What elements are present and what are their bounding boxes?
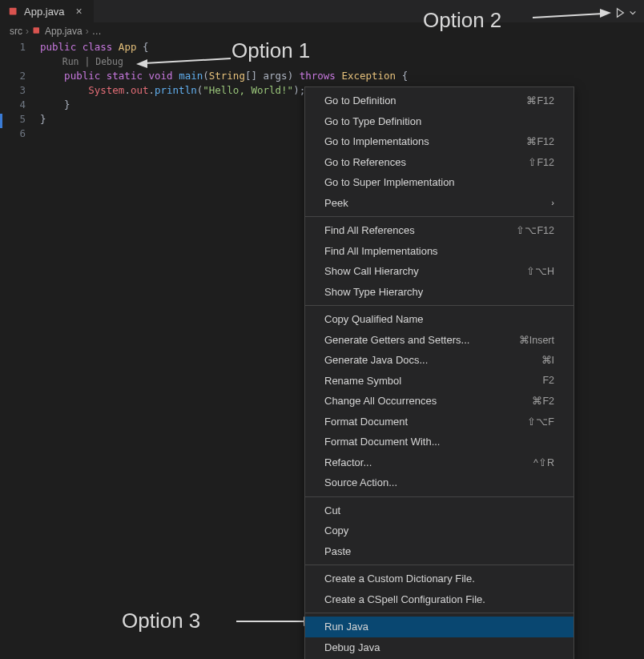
- codelens-run[interactable]: Run: [62, 56, 79, 67]
- menu-separator: [305, 305, 574, 306]
- tab-bar: App.java ×: [0, 0, 644, 22]
- breadcrumb-label: src: [10, 26, 22, 37]
- line-number: 5: [0, 112, 40, 127]
- codelens-debug[interactable]: Debug: [95, 56, 123, 67]
- menu-separator: [305, 216, 574, 217]
- line-number: 2: [0, 69, 40, 83]
- chevron-right-icon: ›: [26, 26, 29, 37]
- line-number: 1: [0, 40, 40, 54]
- svg-rect-1: [34, 27, 40, 34]
- line-number: 3: [0, 83, 40, 98]
- context-menu: Go to Definition⌘F12 Go to Type Definiti…: [304, 86, 574, 659]
- java-file-icon: [8, 6, 19, 17]
- play-icon[interactable]: [614, 6, 626, 19]
- menu-paste[interactable]: Paste: [305, 541, 574, 562]
- line-number: 6: [0, 127, 40, 141]
- menu-find-all-implementations[interactable]: Find All Implementations: [305, 241, 574, 262]
- breadcrumb: src › App.java › …: [0, 22, 644, 40]
- menu-separator: [305, 565, 574, 565]
- menu-generate-getters-setters[interactable]: Generate Getters and Setters...⌘Insert: [305, 330, 574, 351]
- menu-create-cspell-config[interactable]: Create a CSpell Configuration File.: [305, 589, 574, 610]
- menu-separator: [305, 496, 574, 497]
- menu-peek[interactable]: Peek›: [305, 193, 574, 214]
- menu-cut[interactable]: Cut: [305, 500, 574, 521]
- menu-go-to-implementations[interactable]: Go to Implementations⌘F12: [305, 131, 574, 152]
- menu-refactor[interactable]: Refactor...^⇧R: [305, 452, 574, 473]
- menu-debug-java[interactable]: Debug Java: [305, 637, 574, 658]
- menu-copy[interactable]: Copy: [305, 520, 574, 541]
- close-icon[interactable]: ×: [73, 5, 86, 18]
- code-line-2: 2 public static void main(String[] args)…: [0, 69, 644, 83]
- chevron-right-icon: ›: [551, 198, 554, 207]
- menu-copy-qualified-name[interactable]: Copy Qualified Name: [305, 309, 574, 330]
- menu-format-document[interactable]: Format Document⇧⌥F: [305, 412, 574, 432]
- code-line-1: 1 public class App {: [0, 40, 644, 54]
- breadcrumb-ellipsis[interactable]: …: [92, 26, 102, 37]
- menu-generate-java-docs[interactable]: Generate Java Docs...⌘I: [305, 350, 574, 371]
- menu-format-document-with[interactable]: Format Document With...: [305, 432, 574, 452]
- chevron-down-icon[interactable]: [628, 8, 638, 18]
- menu-go-to-references[interactable]: Go to References⇧F12: [305, 152, 574, 173]
- codelens: Run | Debug: [0, 54, 644, 69]
- tab-label: App.java: [24, 6, 65, 18]
- menu-run-java[interactable]: Run Java: [305, 617, 574, 637]
- menu-create-custom-dictionary[interactable]: Create a Custom Dictionary File.: [305, 569, 574, 589]
- line-number: 4: [0, 98, 40, 112]
- menu-go-to-super-implementation[interactable]: Go to Super Implementation: [305, 172, 574, 193]
- annotation-option-3: Option 3: [122, 609, 200, 633]
- breadcrumb-label: App.java: [45, 26, 83, 37]
- menu-change-all-occurrences[interactable]: Change All Occurrences⌘F2: [305, 391, 574, 412]
- svg-rect-0: [10, 8, 17, 15]
- breadcrumb-label: …: [92, 26, 102, 37]
- menu-show-type-hierarchy[interactable]: Show Type Hierarchy: [305, 282, 574, 303]
- gutter-decoration: [0, 114, 2, 128]
- menu-show-call-hierarchy[interactable]: Show Call Hierarchy⇧⌥H: [305, 261, 574, 282]
- chevron-right-icon: ›: [86, 26, 89, 37]
- java-file-icon: [32, 26, 42, 38]
- menu-go-to-type-definition[interactable]: Go to Type Definition: [305, 111, 574, 132]
- menu-find-all-references[interactable]: Find All References⇧⌥F12: [305, 220, 574, 241]
- breadcrumb-file[interactable]: App.java: [32, 26, 83, 38]
- menu-source-action[interactable]: Source Action...: [305, 472, 574, 493]
- breadcrumb-src[interactable]: src: [10, 26, 22, 37]
- run-controls: [614, 6, 638, 19]
- menu-rename-symbol[interactable]: Rename SymbolF2: [305, 371, 574, 392]
- tab-app-java[interactable]: App.java ×: [0, 0, 95, 22]
- menu-go-to-definition[interactable]: Go to Definition⌘F12: [305, 90, 574, 111]
- menu-separator: [305, 613, 574, 613]
